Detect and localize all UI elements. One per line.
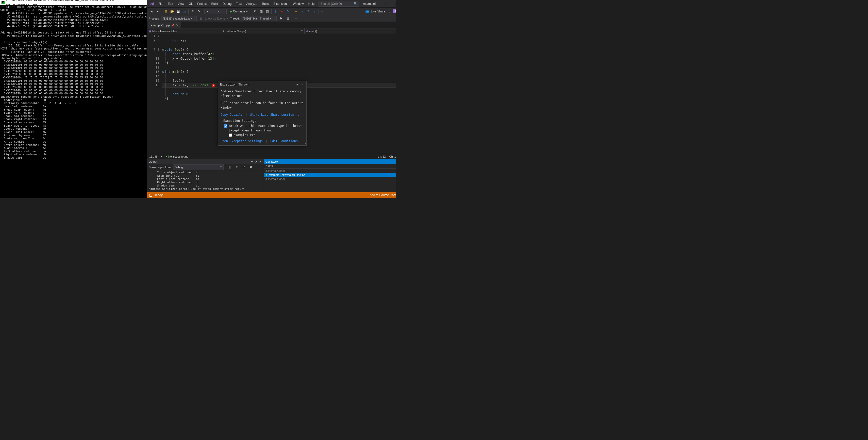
nav-project-dropdown[interactable]: ▣Miscellaneous Files▾: [147, 28, 226, 34]
add-to-source-control[interactable]: ↑Add to Source Control▴: [365, 193, 396, 197]
close-icon[interactable]: ✕: [258, 160, 262, 163]
debug-location-toolbar: Process: [33336] example1.exe ▾ ▦ Lifecy…: [147, 15, 396, 22]
debug-extra-icon[interactable]: ⋯: [292, 16, 298, 21]
process-dropdown[interactable]: [33336] example1.exe ▾: [161, 16, 197, 21]
new-project-button[interactable]: ⊞: [163, 9, 169, 14]
ide-statusbar: Ready ↑Add to Source Control▴ 🔔: [147, 192, 396, 198]
tb-extra-1[interactable]: ⋯: [320, 9, 326, 14]
minimize-button[interactable]: —: [380, 0, 391, 7]
open-file-button[interactable]: 📂: [169, 9, 175, 14]
restart-button[interactable]: ↻: [285, 9, 290, 14]
close-tab-icon[interactable]: ✕: [176, 24, 179, 27]
step-out-button[interactable]: ↑: [312, 9, 317, 14]
code-content[interactable]: char *x; ⊟void foo() { │ char stack_buff…: [162, 34, 396, 154]
error-list-summary[interactable]: No issues found: [166, 155, 188, 158]
menu-help[interactable]: Help: [306, 1, 317, 7]
output-text[interactable]: Intra object redzone: bb ASan internal: …: [147, 170, 264, 192]
code-editor[interactable]: 1 2 3 4 5 6 7 8 9 10 11 12 13 14 15 16 c…: [147, 34, 396, 154]
tb-icon-3[interactable]: ▤: [265, 9, 270, 14]
save-button[interactable]: 💾: [175, 9, 181, 14]
break-on-exception-checkbox[interactable]: Break when this exception type is thrown: [224, 124, 304, 128]
callstack-row-external[interactable]: [External Code]: [264, 169, 396, 173]
lifecycle-icon: ▦: [198, 16, 204, 21]
step-over-button[interactable]: ↷: [306, 9, 311, 14]
nav-function-dropdown[interactable]: ◈main()▾: [305, 28, 396, 34]
continue-button[interactable]: ▶ Continue ▾: [228, 9, 249, 14]
cmd-icon: [2, 1, 5, 4]
menu-build[interactable]: Build: [209, 1, 220, 7]
tb-icon-1[interactable]: ⚙: [252, 9, 258, 14]
show-next-statement-button[interactable]: →: [293, 9, 299, 14]
feedback-button[interactable]: 🗨: [386, 9, 392, 14]
forward-button[interactable]: ►: [155, 9, 160, 14]
back-button[interactable]: ◄: [149, 9, 154, 14]
console-output[interactable]: ==33336==ERROR: AddressSanitizer: stack-…: [0, 5, 147, 198]
open-exception-settings-link[interactable]: Open Exception Settings: [221, 139, 263, 143]
start-live-share-link[interactable]: Start Live Share session...: [250, 113, 300, 117]
menu-extensions[interactable]: Extensions: [271, 1, 290, 7]
stop-button[interactable]: ■: [279, 9, 284, 14]
step-into-button[interactable]: ↓: [300, 9, 305, 14]
solution-platform-dropdown[interactable]: ▾: [215, 9, 225, 14]
exception-settings-header[interactable]: Exception Settings: [221, 119, 304, 123]
menu-window[interactable]: Window: [291, 1, 306, 7]
clear-all-icon[interactable]: ✖: [248, 164, 253, 170]
int-preview-badge: INT PREVIEW: [393, 9, 396, 13]
output-header[interactable]: Output ▾ ⤢ ✕: [147, 159, 264, 164]
close-icon[interactable]: ✕: [300, 83, 304, 87]
copy-details-link[interactable]: Copy Details: [221, 113, 243, 117]
menu-file[interactable]: File: [156, 1, 165, 7]
process-label: Process:: [149, 17, 160, 20]
menu-test[interactable]: Test: [234, 1, 244, 7]
nav-scope-dropdown[interactable]: (Global Scope)▾: [226, 28, 305, 34]
callstack-columns: Name Lang: [264, 164, 396, 169]
solution-config-dropdown[interactable]: ▾: [204, 9, 214, 14]
play-icon: ▶: [230, 10, 232, 13]
thread-dropdown[interactable]: [24608] Main Thread ▾: [241, 16, 277, 21]
edit-conditions-link[interactable]: Edit Conditions: [270, 139, 298, 143]
bottom-panels: Output ▾ ⤢ ✕ Show output from: Debug▾ ⎘ …: [147, 159, 396, 192]
redo-button[interactable]: ↷: [196, 9, 202, 14]
menu-project[interactable]: Project: [195, 1, 209, 7]
output-btn-3[interactable]: ⇄: [241, 164, 246, 170]
pin-icon[interactable]: ⤢: [254, 160, 258, 163]
pause-button[interactable]: ‖: [273, 9, 278, 14]
thread-flag-icon[interactable]: ⚑: [278, 16, 284, 21]
menu-view[interactable]: View: [176, 1, 186, 7]
window-position-icon[interactable]: ▾: [250, 160, 254, 163]
menu-git[interactable]: Git: [187, 1, 195, 7]
undo-button[interactable]: ↶: [190, 9, 195, 14]
pin-icon[interactable]: ⤢: [295, 83, 300, 87]
output-btn-2[interactable]: ≡: [234, 164, 239, 170]
breakpoint-margin[interactable]: [147, 34, 152, 154]
callstack-header[interactable]: Call Stack ▾ ⤢ ✕: [264, 159, 396, 164]
menu-analyze[interactable]: Analyze: [244, 1, 259, 7]
tab-example1-cpp[interactable]: example1.cpp 📌 ✕: [148, 22, 181, 28]
live-share-icon[interactable]: 👥: [364, 9, 370, 14]
menu-tools[interactable]: Tools: [260, 1, 271, 7]
document-tabs: example1.cpp 📌 ✕ ▾ ⚙: [147, 22, 396, 28]
live-share-label[interactable]: Live Share: [371, 10, 385, 13]
exception-title: Exception Thrown: [220, 83, 249, 87]
titlebar: ⋈ File Edit View Git Project Build Debug…: [147, 0, 396, 8]
output-btn-1[interactable]: ⎘: [227, 164, 232, 170]
maximize-button[interactable]: ▢: [392, 0, 396, 7]
save-all-button[interactable]: 🗃: [182, 9, 187, 14]
callstack-panel: Call Stack ▾ ⤢ ✕ Name Lang [External Cod…: [264, 159, 396, 192]
menu-debug[interactable]: Debug: [221, 1, 234, 7]
except-from-checkbox[interactable]: example1.exe: [229, 133, 304, 137]
zoom-level[interactable]: 111 %: [149, 155, 157, 158]
resize-grip-icon[interactable]: ◢: [304, 142, 306, 145]
tb-icon-2[interactable]: ▥: [258, 9, 264, 14]
pin-icon[interactable]: 📌: [171, 24, 174, 27]
callstack-row-current[interactable]: ➤ example1.exe!main() Line 12C++: [264, 173, 396, 177]
search-box[interactable]: Search (Ctrl+Q) 🔍: [318, 1, 359, 7]
callstack-row-external[interactable]: [External Code]: [264, 177, 396, 181]
thread-label: Thread:: [230, 17, 240, 20]
menu-edit[interactable]: Edit: [166, 1, 175, 7]
output-source-dropdown[interactable]: Debug▾: [173, 164, 224, 170]
error-glyph-icon[interactable]: [212, 84, 215, 87]
console-titlebar[interactable]: c:\MSDN\cpp-docs-pr\docs\c-language\ASAN…: [0, 0, 147, 5]
exception-popup: Exception Thrown ⤢ ✕ Address Sanitizer E…: [218, 81, 307, 146]
stack-frame-icon[interactable]: ⊞: [285, 16, 291, 21]
